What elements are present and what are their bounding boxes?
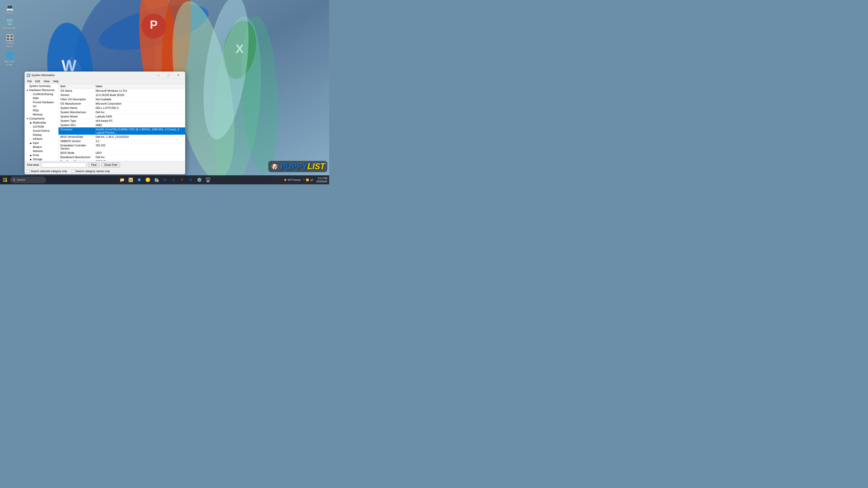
tree-panel: System Summary ▼ Hardware Resources Conf… xyxy=(25,84,59,161)
table-cell-value: 3.2 xyxy=(94,139,185,143)
table-row[interactable]: Embedded Controller Version255.255 xyxy=(59,143,185,151)
taskbar-app-settings[interactable]: ⚙️ xyxy=(195,176,204,184)
table-row[interactable]: Version10.0.26100 Build 26100 xyxy=(59,93,185,97)
chevron-up-icon[interactable]: ^ xyxy=(303,178,305,181)
table-row[interactable]: OS ManufacturerMicrosoft Corporation xyxy=(59,102,185,106)
tree-item-forced-hardware[interactable]: Forced Hardware xyxy=(25,100,58,104)
table-row[interactable]: System NameDELL-LATITUDE-5 xyxy=(59,106,185,110)
table-cell-value: Latitude 5400 xyxy=(94,115,185,119)
tree-item-storage[interactable]: ▶ Storage xyxy=(25,157,58,161)
tree-item-cd-rom[interactable]: CD-ROM xyxy=(25,125,58,129)
taskbar-app-word[interactable]: W xyxy=(161,176,169,184)
microsoft-edge-label: Microsoft Edge xyxy=(3,60,17,66)
taskbar-app-photos[interactable]: 🖼️ xyxy=(127,176,135,184)
table-row[interactable]: System Typex64-based PC xyxy=(59,119,185,123)
col-header-item: Item xyxy=(59,84,94,89)
network-icon[interactable]: 📶 xyxy=(306,178,309,182)
volume-icon[interactable]: 🔊 xyxy=(310,178,313,182)
find-input[interactable] xyxy=(41,162,86,167)
taskbar-right: ☀️ 64°F Sunny ^ 📶 🔊 8:11 PM 2/20/2025 xyxy=(284,177,329,183)
table-row[interactable]: System ModelLatitude 5400 xyxy=(59,115,185,119)
tree-item-input[interactable]: ▶ Input xyxy=(25,141,58,145)
this-pc-label: This PC xyxy=(5,12,14,15)
table-row[interactable]: BaseBoard ManufacturerDell Inc. xyxy=(59,155,185,160)
desktop-icon-recycle-bin[interactable]: 🗑️ Recycle Bin xyxy=(2,18,18,31)
menu-edit[interactable]: Edit xyxy=(33,79,42,84)
minimize-button[interactable]: ─ xyxy=(153,72,163,78)
table-cell-value: Dell Inc. xyxy=(94,155,185,160)
menu-help[interactable]: Help xyxy=(51,79,61,84)
this-pc-icon: 💻 xyxy=(6,3,14,11)
expander-storage: ▶ xyxy=(29,158,33,161)
close-button[interactable]: ✕ xyxy=(174,72,183,78)
puppylist-logo: 🐶 PUPPYLIST xyxy=(282,159,327,174)
col-header-value: Value xyxy=(94,84,185,89)
search-selected-checkbox[interactable] xyxy=(27,170,30,173)
desktop-icon-control-panel[interactable]: 🎛️ Control Panel xyxy=(2,33,18,49)
table-row[interactable]: System SKU08B8 xyxy=(59,123,185,127)
search-selected-option: Search selected category only xyxy=(27,170,67,173)
taskbar-weather[interactable]: ☀️ 64°F Sunny xyxy=(284,178,301,182)
expander-hardware-resources: ▼ xyxy=(26,89,29,92)
taskbar-app-terminal[interactable]: 🖥️ xyxy=(204,176,212,184)
table-row[interactable]: BIOS ModeUEFI xyxy=(59,151,185,155)
table-row[interactable]: SMBIOS Version3.2 xyxy=(59,139,185,143)
tree-item-infrared[interactable]: Infrared xyxy=(25,137,58,141)
desktop-icon-microsoft-edge[interactable]: 🌐 Microsoft Edge xyxy=(2,51,18,67)
tree-item-system-summary[interactable]: System Summary xyxy=(25,84,58,88)
table-row[interactable]: OS NameMicrosoft Windows 11 Pro xyxy=(59,89,185,93)
table-row[interactable]: BIOS Version/DateDell Inc. 1.36.0, 12/10… xyxy=(59,135,185,139)
start-button[interactable] xyxy=(1,176,9,184)
tree-item-components[interactable]: ▼ Components xyxy=(25,117,58,121)
tree-item-display[interactable]: Display xyxy=(25,133,58,137)
tree-item-sound-device[interactable]: Sound Device xyxy=(25,129,58,133)
table-row[interactable]: ProcessorIntel(R) Core(TM) i5-8365U CPU … xyxy=(59,127,185,135)
svg-point-20 xyxy=(13,179,15,181)
menu-file[interactable]: File xyxy=(26,79,33,84)
taskbar-clock[interactable]: 8:11 PM 2/20/2025 xyxy=(316,177,327,183)
tree-item-irqs[interactable]: IRQs xyxy=(25,108,58,112)
clock-date: 2/20/2025 xyxy=(316,180,327,183)
taskbar-app-store[interactable]: 🛍️ xyxy=(152,176,160,184)
maximize-button[interactable]: □ xyxy=(163,72,174,78)
window-content: System Summary ▼ Hardware Resources Conf… xyxy=(25,84,185,161)
taskbar-app-files[interactable]: 🟡 xyxy=(144,176,152,184)
taskbar-search[interactable]: Search xyxy=(10,176,46,183)
puppy-icon: 🐶 xyxy=(271,163,278,170)
search-names-checkbox[interactable] xyxy=(72,170,74,173)
windows-logo-icon xyxy=(3,178,7,182)
table-row[interactable]: System ManufacturerDell Inc. xyxy=(59,110,185,115)
recycle-bin-label: Recycle Bin xyxy=(3,27,16,30)
tree-item-multimedia[interactable]: ▶ Multimedia xyxy=(25,121,58,125)
taskbar-app-edge[interactable] xyxy=(135,176,143,184)
table-cell-item: OS Manufacturer xyxy=(59,102,94,106)
tree-item-memory[interactable]: Memory xyxy=(25,112,58,117)
tree-item-hardware-resources[interactable]: ▼ Hardware Resources xyxy=(25,88,58,92)
table-cell-value: 0PD9KD xyxy=(94,160,185,161)
table-row[interactable]: Other OS DescriptionNot Available xyxy=(59,97,185,102)
table-row[interactable]: BaseBoard Product0PD9KD xyxy=(59,160,185,161)
data-panel[interactable]: Item Value OS NameMicrosoft Windows 11 P… xyxy=(59,84,185,161)
tree-item-dma[interactable]: DMA xyxy=(25,96,58,100)
tree-item-conflicts-sharing[interactable]: Conflicts/Sharing xyxy=(25,92,58,96)
expander-multimedia: ▶ xyxy=(29,122,33,124)
taskbar-app-powerpoint[interactable]: P xyxy=(178,176,186,184)
find-button[interactable]: Find xyxy=(88,162,99,167)
desktop-icon-this-pc[interactable]: 💻 This PC xyxy=(2,2,18,15)
tree-item-io[interactable]: I/O xyxy=(25,104,58,108)
recycle-bin-icon: 🗑️ xyxy=(6,18,14,26)
taskbar-app-explorer[interactable]: 📁 xyxy=(118,176,126,184)
table-cell-value: Microsoft Windows 11 Pro xyxy=(94,89,185,93)
search-label: Search xyxy=(17,178,25,182)
tree-item-network[interactable]: Network xyxy=(25,149,58,153)
window-titlebar: ℹ️ System Information ─ □ ✕ xyxy=(25,72,185,79)
table-cell-item: OS Name xyxy=(59,89,94,93)
taskbar-app-outlook[interactable]: O xyxy=(187,176,195,184)
tree-item-modem[interactable]: Modem xyxy=(25,145,58,149)
data-table: Item Value OS NameMicrosoft Windows 11 P… xyxy=(59,84,185,161)
close-find-button[interactable]: Close Find xyxy=(101,162,120,167)
tree-item-ports[interactable]: ▶ Ports xyxy=(25,153,58,157)
taskbar-app-excel[interactable]: X xyxy=(169,176,178,184)
puppylist-badge: 🐶 PUPPYLIST xyxy=(268,161,327,172)
menu-view[interactable]: View xyxy=(42,79,51,84)
